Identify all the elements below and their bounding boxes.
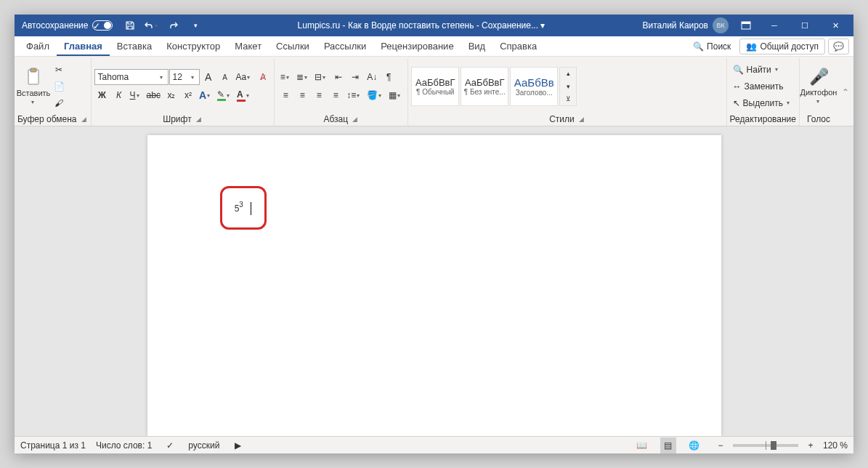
share-button[interactable]: 👥 Общий доступ: [739, 39, 825, 55]
group-clipboard: Вставить ▾ ✂ 📄 🖌 Буфер обмена◢: [15, 58, 92, 126]
document-text: 53: [235, 201, 252, 215]
cut-button[interactable]: ✂: [51, 62, 67, 78]
tab-design[interactable]: Конструктор: [159, 36, 227, 56]
grow-font-button[interactable]: A: [200, 69, 216, 85]
dictate-button[interactable]: 🎤 Диктофон ▾: [803, 60, 835, 113]
clear-format-button[interactable]: A̷: [255, 69, 271, 85]
clipboard-dialog-launcher[interactable]: ◢: [80, 116, 88, 123]
copy-icon: 📄: [54, 81, 65, 92]
shrink-font-button[interactable]: A: [217, 69, 233, 85]
toggle-switch[interactable]: ✓: [92, 20, 113, 31]
align-center-button[interactable]: ≡: [294, 87, 310, 103]
read-mode-button[interactable]: 📖: [634, 437, 650, 453]
tab-help[interactable]: Справка: [492, 36, 544, 56]
user-name: Виталий Каиров: [642, 20, 708, 31]
indent-button[interactable]: ⇥: [347, 69, 363, 85]
pilcrow-button[interactable]: ¶: [381, 69, 397, 85]
multilevel-button[interactable]: ⊟▾: [312, 69, 330, 85]
ribbon-options-icon[interactable]: [737, 17, 755, 34]
tab-home[interactable]: Главная: [57, 36, 110, 56]
document-page[interactable]: 53: [147, 135, 721, 436]
macro-icon[interactable]: ▶: [230, 437, 246, 453]
style-heading1[interactable]: АаБбВв Заголово...: [510, 67, 558, 106]
borders-icon: ▦: [389, 90, 397, 100]
maximize-button[interactable]: ☐: [790, 15, 820, 36]
indent-icon: ⇥: [352, 72, 359, 82]
align-right-button[interactable]: ≡: [311, 87, 327, 103]
style-normal[interactable]: АаБбВвГ ¶ Обычный: [411, 67, 459, 106]
format-painter-button[interactable]: 🖌: [51, 95, 67, 111]
comments-button[interactable]: 💬: [828, 39, 849, 55]
shading-button[interactable]: 🪣▾: [365, 87, 386, 103]
justify-icon: ≡: [333, 90, 338, 100]
search-box[interactable]: 🔍 Поиск: [687, 39, 737, 55]
undo-icon[interactable]: ▾: [143, 17, 161, 34]
text-effects-button[interactable]: A▾: [197, 87, 214, 103]
para-dialog-launcher[interactable]: ◢: [351, 116, 359, 123]
justify-button[interactable]: ≡: [328, 87, 344, 103]
redo-icon[interactable]: [165, 17, 182, 34]
underline-button[interactable]: Ч▾: [128, 87, 144, 103]
strike-button[interactable]: abc: [145, 87, 163, 103]
word-count[interactable]: Число слов: 1: [96, 440, 152, 451]
borders-button[interactable]: ▦▾: [386, 87, 405, 103]
user-account[interactable]: Виталий Каиров ВК: [638, 17, 733, 33]
title-bar: Автосохранение ✓ ▾ ▾ Lumpics.ru - Как в …: [15, 15, 853, 36]
tab-file[interactable]: Файл: [19, 36, 57, 56]
change-case-button[interactable]: Aa▾: [234, 69, 255, 85]
align-left-button[interactable]: ≡: [277, 87, 293, 103]
highlight-button[interactable]: ✎▾: [215, 87, 234, 103]
find-button[interactable]: 🔍Найти▾: [730, 62, 795, 78]
tab-view[interactable]: Вид: [461, 36, 493, 56]
collapse-ribbon-button[interactable]: ⌃: [837, 58, 853, 126]
autosave-toggle[interactable]: Автосохранение ✓: [17, 20, 117, 31]
zoom-level[interactable]: 120 %: [823, 440, 848, 451]
styles-dialog-launcher[interactable]: ◢: [577, 116, 585, 123]
tab-insert[interactable]: Вставка: [110, 36, 159, 56]
group-paragraph: ≡▾ ≣▾ ⊟▾ ⇤ ⇥ A↓ ¶ ≡ ≡ ≡ ≡ ↕≡▾ 🪣▾: [275, 58, 408, 126]
print-layout-button[interactable]: ▤: [660, 437, 676, 453]
sort-button[interactable]: A↓: [364, 69, 380, 85]
spellcheck-icon[interactable]: ✓: [162, 437, 178, 453]
italic-button[interactable]: К: [111, 87, 127, 103]
style-nospacing[interactable]: АаБбВвГ ¶ Без инте...: [461, 67, 508, 106]
outdent-button[interactable]: ⇤: [330, 69, 346, 85]
qat-customize-icon[interactable]: ▾: [187, 17, 204, 34]
close-button[interactable]: ✕: [820, 15, 851, 36]
zoom-slider-thumb[interactable]: [771, 441, 776, 450]
share-label: Общий доступ: [760, 41, 819, 52]
font-name-select[interactable]: Tahoma▾: [94, 69, 169, 85]
select-button[interactable]: ↖Выделить▾: [730, 95, 795, 111]
styles-row-up[interactable]: ▴: [560, 68, 576, 80]
bold-button[interactable]: Ж: [94, 87, 110, 103]
search-icon: 🔍: [693, 41, 704, 52]
line-spacing-button[interactable]: ↕≡▾: [344, 87, 364, 103]
copy-button[interactable]: 📄: [51, 78, 67, 94]
tab-references[interactable]: Ссылки: [269, 36, 317, 56]
bullets-button[interactable]: ≡▾: [277, 69, 293, 85]
replace-button[interactable]: ↔Заменить: [730, 78, 795, 94]
font-dialog-launcher[interactable]: ◢: [195, 116, 203, 123]
text-cursor: [251, 202, 251, 215]
font-size-select[interactable]: 12▾: [169, 69, 200, 85]
line-spacing-icon: ↕≡: [346, 90, 356, 100]
superscript-button[interactable]: x²: [180, 87, 196, 103]
numbering-button[interactable]: ≣▾: [294, 69, 312, 85]
language-indicator[interactable]: русский: [188, 440, 219, 451]
paste-button[interactable]: Вставить ▾: [17, 60, 49, 113]
minimize-button[interactable]: ─: [759, 15, 790, 36]
tab-review[interactable]: Рецензирование: [373, 36, 461, 56]
font-color-button[interactable]: A▾: [235, 87, 253, 103]
web-layout-button[interactable]: 🌐: [686, 437, 702, 453]
tab-mailings[interactable]: Рассылки: [317, 36, 373, 56]
zoom-out-button[interactable]: −: [713, 437, 729, 453]
styles-gallery-expand[interactable]: ⊻: [560, 93, 576, 105]
page-indicator[interactable]: Страница 1 из 1: [20, 440, 86, 451]
subscript-button[interactable]: x₂: [163, 87, 179, 103]
tab-layout[interactable]: Макет: [227, 36, 269, 56]
styles-row-down[interactable]: ▾: [560, 80, 576, 92]
zoom-in-button[interactable]: +: [803, 437, 819, 453]
status-bar: Страница 1 из 1 Число слов: 1 ✓ русский …: [15, 436, 853, 453]
save-icon[interactable]: [121, 17, 139, 34]
zoom-slider[interactable]: [733, 444, 798, 447]
